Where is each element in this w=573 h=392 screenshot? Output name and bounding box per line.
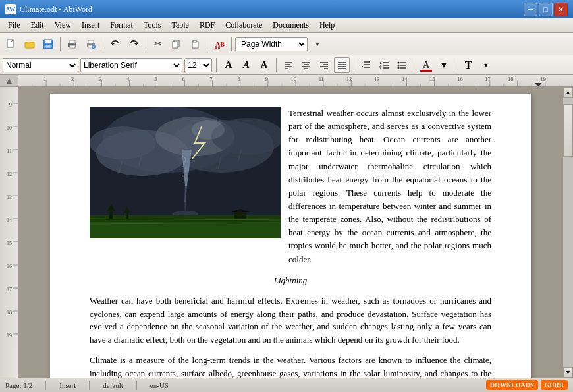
- menu-collaborate[interactable]: Collaborate: [220, 19, 267, 32]
- titlebar: AW Climate.odt - AbiWord ─ □ ✕: [0, 0, 573, 18]
- align-center-button[interactable]: [298, 57, 314, 73]
- align-justify-button[interactable]: [334, 57, 350, 73]
- svg-text:13: 13: [374, 76, 379, 82]
- tornado-image: [90, 107, 281, 238]
- align-left-button[interactable]: [281, 57, 296, 73]
- svg-text:16: 16: [7, 264, 12, 269]
- svg-text:ABC: ABC: [215, 41, 225, 48]
- svg-text:5: 5: [154, 76, 157, 82]
- statusbar: Page: 1/2 Insert default en-US DOWNLOADS…: [0, 378, 573, 392]
- menu-table[interactable]: Table: [166, 19, 194, 32]
- minimize-button[interactable]: ─: [524, 3, 537, 16]
- page-count: Page: 1/2: [5, 381, 32, 389]
- underline-button[interactable]: A: [256, 57, 272, 73]
- new-button[interactable]: [3, 36, 20, 53]
- redo-button[interactable]: [125, 36, 142, 53]
- italic-button[interactable]: A: [238, 57, 254, 73]
- format-sep-2: [276, 58, 277, 72]
- menu-rdf[interactable]: RDF: [194, 19, 220, 32]
- print-preview-button[interactable]: Q: [82, 36, 99, 53]
- svg-text:17: 17: [7, 287, 12, 293]
- font-color-button[interactable]: A: [418, 57, 434, 73]
- menu-help[interactable]: Help: [314, 19, 340, 32]
- paragraph-style-select[interactable]: Normal: [3, 58, 78, 72]
- menu-file[interactable]: File: [3, 19, 26, 32]
- svg-text:19: 19: [541, 76, 546, 82]
- svg-text:12: 12: [7, 171, 12, 177]
- scroll-up-button[interactable]: ▲: [563, 87, 573, 98]
- separator-1: [60, 37, 61, 51]
- maximize-button[interactable]: □: [539, 3, 553, 16]
- print-button[interactable]: [64, 36, 81, 53]
- undo-button[interactable]: [107, 36, 124, 53]
- save-button[interactable]: [40, 36, 57, 53]
- close-button[interactable]: ✕: [554, 3, 568, 16]
- highlight-color-button[interactable]: ▼: [436, 57, 452, 73]
- svg-marker-40: [362, 66, 363, 67]
- menu-documents[interactable]: Documents: [267, 19, 314, 32]
- text-style-dropdown[interactable]: ▼: [478, 57, 494, 73]
- scrollbar-track[interactable]: [563, 98, 573, 367]
- svg-rect-9: [88, 40, 94, 43]
- separator-5: [231, 37, 232, 51]
- zoom-select[interactable]: Page Width 100% 75% 50%: [235, 37, 308, 51]
- zoom-dropdown-icon[interactable]: ▼: [309, 36, 326, 53]
- bullets-button[interactable]: [394, 57, 410, 73]
- open-button[interactable]: [21, 36, 38, 53]
- svg-point-51: [398, 67, 400, 69]
- document-area[interactable]: Terrestrial weather occurs almost exclus…: [18, 87, 562, 378]
- paste-button[interactable]: [186, 36, 204, 53]
- format-sep-5: [456, 58, 456, 72]
- separator-2: [103, 37, 103, 51]
- copy-button[interactable]: [168, 36, 185, 53]
- menu-view[interactable]: View: [49, 19, 76, 32]
- line-spacing-button[interactable]: [358, 57, 374, 73]
- svg-text:2: 2: [71, 76, 74, 82]
- align-right-button[interactable]: [316, 57, 332, 73]
- menu-format[interactable]: Format: [105, 19, 138, 32]
- vertical-scrollbar[interactable]: ▲ ▼: [562, 87, 573, 378]
- menu-insert[interactable]: Insert: [76, 19, 105, 32]
- svg-text:16: 16: [457, 76, 462, 82]
- svg-marker-53: [7, 78, 12, 84]
- text-style-button[interactable]: T: [460, 57, 476, 73]
- svg-text:10: 10: [7, 125, 12, 131]
- svg-rect-4: [45, 45, 51, 48]
- spellcheck-button[interactable]: ABC: [211, 36, 228, 53]
- svg-text:6: 6: [182, 76, 184, 82]
- para-climate: Climate is a measure of the long-term tr…: [90, 354, 491, 378]
- separator-4: [207, 37, 207, 51]
- svg-point-142: [90, 126, 155, 159]
- para-effects: Weather can have both beneficial and har…: [90, 294, 491, 346]
- menu-edit[interactable]: Edit: [26, 19, 49, 32]
- window-controls[interactable]: ─ □ ✕: [524, 3, 568, 16]
- svg-text:12: 12: [346, 76, 352, 82]
- insert-mode: Insert: [59, 381, 76, 389]
- scrollbar-thumb[interactable]: [563, 104, 573, 157]
- titlebar-left: AW Climate.odt - AbiWord: [5, 4, 92, 14]
- svg-text:19: 19: [7, 333, 12, 339]
- svg-rect-7: [70, 45, 75, 48]
- svg-text:4: 4: [126, 76, 129, 82]
- numbering-button[interactable]: 1.2.3.: [376, 57, 392, 73]
- font-select[interactable]: Liberation Serif: [80, 58, 182, 72]
- vertical-ruler: 9 10 11 12 13 14 15 16 17 18 19: [0, 87, 18, 378]
- svg-text:1: 1: [43, 76, 46, 82]
- image-section: Terrestrial weather occurs almost exclus…: [90, 107, 491, 266]
- main-toolbar: Q ✂ ABC Page Width 100% 75% 50% ▼: [0, 33, 573, 55]
- doc-caption: Lightning: [90, 274, 491, 287]
- svg-rect-3: [45, 40, 51, 43]
- menu-tools[interactable]: Tools: [138, 19, 167, 32]
- watermark: DOWNLOADS GURU: [486, 380, 568, 390]
- scroll-down-button[interactable]: ▼: [563, 367, 573, 378]
- svg-rect-156: [234, 212, 246, 219]
- font-size-select[interactable]: 12: [184, 58, 212, 72]
- svg-rect-149: [90, 222, 281, 238]
- app-icon: AW: [5, 4, 16, 14]
- svg-text:10: 10: [291, 76, 296, 82]
- format-sep-3: [354, 58, 354, 72]
- menubar: File Edit View Insert Format Tools Table…: [0, 18, 573, 33]
- bold-button[interactable]: A: [221, 57, 236, 73]
- svg-point-49: [398, 64, 400, 66]
- cut-button[interactable]: ✂: [150, 36, 167, 53]
